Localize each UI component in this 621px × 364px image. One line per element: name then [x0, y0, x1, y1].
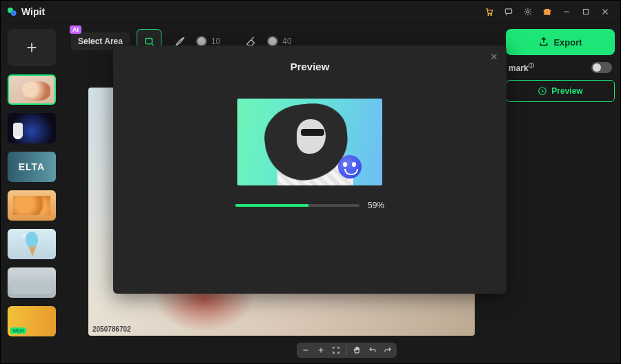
undo-button[interactable]: [368, 345, 377, 355]
play-icon: [13, 130, 23, 139]
info-icon[interactable]: ⓘ: [529, 63, 534, 69]
add-image-button[interactable]: [8, 29, 56, 66]
eraser-size-value: 40: [282, 37, 291, 46]
smiley-sticker-icon: [338, 155, 362, 179]
progress-bar: [235, 204, 359, 207]
svg-rect-7: [544, 10, 551, 11]
app-title: Wipit: [21, 6, 45, 17]
gift-icon[interactable]: [538, 3, 557, 20]
pan-button[interactable]: [353, 345, 362, 355]
thumbnail-7-badge: Wipit: [10, 327, 26, 334]
svg-point-5: [526, 10, 529, 13]
maximize-icon[interactable]: [576, 3, 595, 20]
canvas-toolbar: [297, 343, 397, 358]
watermark-row: markⓘ: [506, 62, 615, 73]
svg-rect-8: [584, 10, 589, 14]
svg-point-1: [11, 10, 17, 16]
modal-preview-image: [237, 99, 382, 185]
gear-icon[interactable]: [518, 3, 538, 20]
svg-rect-6: [544, 11, 550, 15]
app-logo-icon: [6, 6, 17, 17]
sidebar: ELTA M&VI Wipit: [1, 23, 63, 363]
ai-badge: AI: [70, 26, 81, 34]
redo-button[interactable]: [383, 345, 393, 355]
thumbnail-3[interactable]: ELTA: [8, 152, 56, 182]
app-window: Wipit ELTA M&VI Wipit AI: [0, 0, 621, 364]
thumbnail-6[interactable]: [8, 267, 56, 298]
thumbnail-3-label: ELTA: [8, 152, 56, 182]
progress-row: 59%: [113, 201, 506, 210]
svg-rect-9: [146, 39, 152, 44]
svg-point-3: [491, 14, 492, 16]
thumbnail-4[interactable]: [8, 190, 56, 221]
thumbnail-5-label: M&VI: [21, 233, 37, 238]
minimize-icon[interactable]: [557, 3, 576, 20]
thumbnail-2[interactable]: [8, 113, 56, 143]
thumbnail-1[interactable]: [8, 74, 56, 105]
chat-icon[interactable]: [499, 3, 518, 20]
modal-title: Preview: [113, 46, 506, 78]
watermark-label: markⓘ: [509, 62, 534, 73]
zoom-out-button[interactable]: [301, 345, 310, 355]
modal-close-button[interactable]: [487, 50, 501, 63]
svg-point-2: [488, 14, 489, 16]
export-button[interactable]: Export: [506, 29, 615, 55]
thumbnail-7[interactable]: Wipit: [8, 306, 56, 336]
thumbnail-5[interactable]: M&VI: [8, 229, 56, 259]
zoom-in-button[interactable]: [316, 345, 326, 355]
preview-button[interactable]: Preview: [506, 80, 615, 102]
titlebar: Wipit: [1, 1, 620, 23]
cart-icon[interactable]: [480, 3, 499, 20]
export-label: Export: [553, 37, 582, 48]
close-icon[interactable]: [595, 3, 615, 20]
right-panel: Export markⓘ Preview: [500, 23, 620, 363]
svg-rect-4: [505, 9, 511, 13]
image-id-label: 2050786702: [92, 325, 131, 333]
preview-button-label: Preview: [551, 86, 582, 96]
watermark-toggle[interactable]: [591, 62, 612, 73]
brush-size-value: 10: [211, 37, 220, 46]
preview-modal: Preview 59%: [113, 46, 506, 294]
fit-screen-button[interactable]: [331, 345, 341, 355]
progress-percent: 59%: [368, 201, 384, 210]
